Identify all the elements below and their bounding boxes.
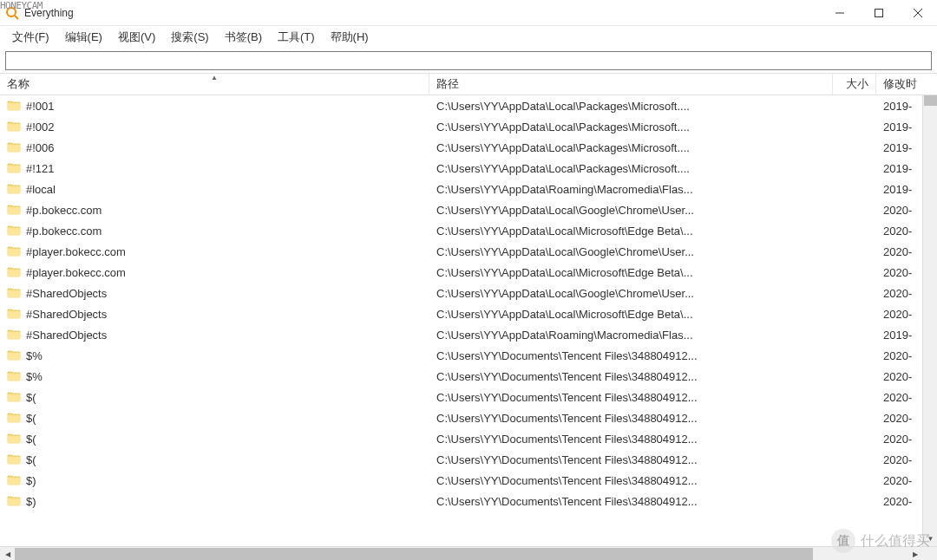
cell-path: C:\Users\YY\Documents\Tencent Files\3488… [429,453,833,466]
cell-name: $) [0,494,429,508]
table-row[interactable]: #SharedObjectsC:\Users\YY\AppData\Local\… [0,303,937,324]
file-name: #player.bokecc.com [26,266,126,279]
watermark-top-left: HONEYCAM [0,0,43,11]
menu-file[interactable]: 文件(F) [5,28,56,47]
search-bar [0,49,937,73]
file-list: #!001C:\Users\YY\AppData\Local\Packages\… [0,95,937,546]
folder-icon [7,390,21,404]
cell-path: C:\Users\YY\AppData\Roaming\Macromedia\F… [429,329,833,342]
cell-name: #local [0,182,429,196]
cell-path: C:\Users\YY\Documents\Tencent Files\3488… [429,391,833,404]
folder-icon [7,224,21,238]
menubar: 文件(F) 编辑(E) 视图(V) 搜索(S) 书签(B) 工具(T) 帮助(H… [0,26,937,49]
file-name: #SharedObjects [26,287,107,300]
cell-name: #SharedObjects [0,328,429,342]
table-row[interactable]: $%C:\Users\YY\Documents\Tencent Files\34… [0,345,937,366]
menu-help[interactable]: 帮助(H) [324,28,376,47]
menu-view[interactable]: 视图(V) [111,28,162,47]
folder-icon [7,99,21,113]
table-row[interactable]: #SharedObjectsC:\Users\YY\AppData\Local\… [0,283,937,303]
cell-path: C:\Users\YY\Documents\Tencent Files\3488… [429,433,833,446]
menu-edit[interactable]: 编辑(E) [58,28,109,47]
sort-ascending-icon: ▲ [211,74,218,81]
table-row[interactable]: #p.bokecc.comC:\Users\YY\AppData\Local\G… [0,199,937,220]
watermark-text: 什么值得买 [861,532,930,550]
file-name: $( [26,453,36,466]
table-row[interactable]: $(C:\Users\YY\Documents\Tencent Files\34… [0,407,937,428]
table-row[interactable]: #!002C:\Users\YY\AppData\Local\Packages\… [0,116,937,137]
cell-name: #SharedObjects [0,307,429,321]
table-row[interactable]: $)C:\Users\YY\Documents\Tencent Files\34… [0,491,937,511]
scroll-left-arrow-icon[interactable]: ◀ [0,547,15,560]
table-row[interactable]: $)C:\Users\YY\Documents\Tencent Files\34… [0,470,937,491]
table-row[interactable]: #SharedObjectsC:\Users\YY\AppData\Roamin… [0,324,937,345]
column-header-modified[interactable]: 修改时 [876,74,937,94]
file-name: #!121 [26,162,55,175]
file-name: #!006 [26,141,55,154]
horizontal-scrollbar[interactable]: ◀ ▶ [0,546,937,560]
cell-name: $( [0,390,429,404]
folder-icon [7,411,21,425]
column-header-name-label: 名称 [7,76,29,92]
folder-icon [7,265,21,279]
column-header-name[interactable]: 名称 ▲ [0,74,429,94]
menu-search[interactable]: 搜索(S) [164,28,215,47]
menu-tools[interactable]: 工具(T) [271,28,322,47]
file-name: $) [26,495,36,508]
column-header-size[interactable]: 大小 [833,74,876,94]
table-row[interactable]: #player.bokecc.comC:\Users\YY\AppData\Lo… [0,262,937,283]
menu-bookmarks[interactable]: 书签(B) [218,28,269,47]
folder-icon [7,182,21,196]
vertical-scrollbar[interactable]: ▼ [922,95,937,546]
maximize-button[interactable] [859,0,898,25]
table-row[interactable]: $(C:\Users\YY\Documents\Tencent Files\34… [0,428,937,449]
cell-path: C:\Users\YY\AppData\Local\Microsoft\Edge… [429,225,833,238]
cell-name: $) [0,473,429,487]
cell-path: C:\Users\YY\AppData\Local\Google\Chrome\… [429,245,833,258]
window-controls [820,0,937,25]
cell-path: C:\Users\YY\Documents\Tencent Files\3488… [429,412,833,425]
folder-icon [7,203,21,217]
cell-path: C:\Users\YY\AppData\Local\Microsoft\Edge… [429,266,833,279]
table-row[interactable]: $(C:\Users\YY\Documents\Tencent Files\34… [0,449,937,470]
vertical-scroll-thumb[interactable] [924,95,937,106]
table-row[interactable]: #!006C:\Users\YY\AppData\Local\Packages\… [0,137,937,158]
cell-name: $% [0,348,429,362]
table-row[interactable]: #!001C:\Users\YY\AppData\Local\Packages\… [0,95,937,116]
folder-icon [7,453,21,466]
search-input[interactable] [5,51,932,70]
file-name: $( [26,391,36,404]
folder-icon [7,161,21,175]
cell-path: C:\Users\YY\Documents\Tencent Files\3488… [429,370,833,383]
cell-name: #p.bokecc.com [0,224,429,238]
horizontal-scroll-thumb[interactable] [15,548,813,560]
cell-name: #!121 [0,161,429,175]
file-name: #p.bokecc.com [26,225,102,238]
cell-name: $( [0,432,429,446]
cell-path: C:\Users\YY\AppData\Roaming\Macromedia\F… [429,183,833,196]
cell-name: $% [0,369,429,383]
minimize-button[interactable] [820,0,859,25]
column-header-path[interactable]: 路径 [429,74,833,94]
folder-icon [7,307,21,321]
folder-icon [7,140,21,154]
cell-name: #!001 [0,99,429,113]
cell-name: $( [0,453,429,466]
file-name: #SharedObjects [26,329,107,342]
table-row[interactable]: $%C:\Users\YY\Documents\Tencent Files\34… [0,366,937,387]
folder-icon [7,494,21,508]
table-row[interactable]: #localC:\Users\YY\AppData\Roaming\Macrom… [0,179,937,199]
cell-path: C:\Users\YY\AppData\Local\Google\Chrome\… [429,287,833,300]
table-row[interactable]: $(C:\Users\YY\Documents\Tencent Files\34… [0,387,937,407]
table-row[interactable]: #player.bokecc.comC:\Users\YY\AppData\Lo… [0,241,937,262]
cell-name: $( [0,411,429,425]
table-row[interactable]: #p.bokecc.comC:\Users\YY\AppData\Local\M… [0,220,937,241]
file-name: $) [26,474,36,487]
watermark-bottom-right: 值 什么值得买 [831,529,930,553]
file-name: #SharedObjects [26,308,107,321]
cell-path: C:\Users\YY\AppData\Local\Packages\Micro… [429,120,833,133]
table-row[interactable]: #!121C:\Users\YY\AppData\Local\Packages\… [0,158,937,179]
close-button[interactable] [898,0,937,25]
file-name: $( [26,412,36,425]
cell-path: C:\Users\YY\AppData\Local\Microsoft\Edge… [429,308,833,321]
